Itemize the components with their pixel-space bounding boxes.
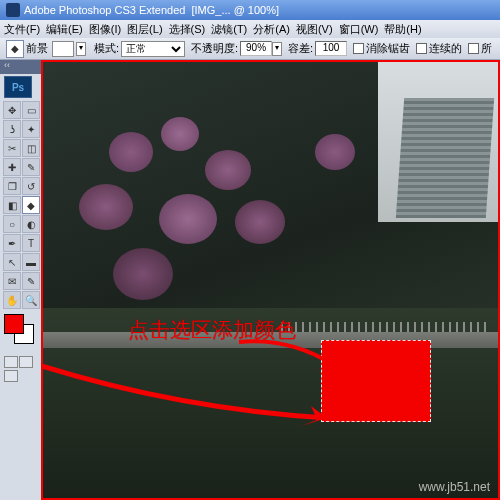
screenmode-icon[interactable] xyxy=(4,370,18,382)
canvas-area: 点击选区添加颜色 www.jb51.net xyxy=(41,60,500,500)
shape-tool-icon[interactable]: ▬ xyxy=(22,253,40,271)
bucket-tool-icon[interactable]: ◆ xyxy=(22,196,40,214)
menu-analysis[interactable]: 分析(A) xyxy=(253,22,290,37)
tolerance-label: 容差: xyxy=(288,41,313,56)
quickmask-icon[interactable] xyxy=(19,356,33,368)
photo-content: 点击选区添加颜色 www.jb51.net xyxy=(43,62,498,498)
toolbox-tab[interactable]: ‹‹ xyxy=(0,60,41,74)
stamp-tool-icon[interactable]: ❒ xyxy=(3,177,21,195)
wand-tool-icon[interactable]: ✦ xyxy=(22,120,40,138)
crop-tool-icon[interactable]: ✂ xyxy=(3,139,21,157)
brush-tool-icon[interactable]: ✎ xyxy=(22,158,40,176)
alllayers-label: 所 xyxy=(481,41,492,56)
photo-flower xyxy=(205,150,251,190)
active-tool-icon[interactable]: ◆ xyxy=(6,40,24,58)
filled-selection[interactable] xyxy=(321,340,431,422)
opacity-arrow-icon[interactable]: ▾ xyxy=(272,42,282,56)
tolerance-value[interactable]: 100 xyxy=(315,41,347,56)
standard-mode-icon[interactable] xyxy=(4,356,18,368)
document-canvas[interactable]: 点击选区添加颜色 www.jb51.net xyxy=(41,60,500,500)
notes-tool-icon[interactable]: ✉ xyxy=(3,272,21,290)
move-tool-icon[interactable]: ✥ xyxy=(3,101,21,119)
menu-file[interactable]: 文件(F) xyxy=(4,22,40,37)
slice-tool-icon[interactable]: ◫ xyxy=(22,139,40,157)
antialias-checkbox[interactable] xyxy=(353,43,364,54)
title-bar: Adobe Photoshop CS3 Extended [IMG_... @ … xyxy=(0,0,500,20)
photo-building xyxy=(396,98,494,218)
quickmask-row xyxy=(4,356,41,368)
photo-flower xyxy=(109,132,153,172)
history-tool-icon[interactable]: ↺ xyxy=(22,177,40,195)
menu-layer[interactable]: 图层(L) xyxy=(127,22,162,37)
contiguous-checkbox[interactable] xyxy=(416,43,427,54)
antialias-label: 消除锯齿 xyxy=(366,41,410,56)
menu-view[interactable]: 视图(V) xyxy=(296,22,333,37)
ps-badge-icon: Ps xyxy=(4,76,32,98)
photo-flower xyxy=(235,200,285,244)
lasso-tool-icon[interactable]: ʖ xyxy=(3,120,21,138)
app-logo-icon xyxy=(6,3,20,17)
photo-flower xyxy=(159,194,217,244)
eraser-tool-icon[interactable]: ◧ xyxy=(3,196,21,214)
opacity-label: 不透明度: xyxy=(191,41,238,56)
fg-swatch[interactable] xyxy=(52,41,74,57)
menu-filter[interactable]: 滤镜(T) xyxy=(211,22,247,37)
photo-railing xyxy=(281,322,491,332)
eyedrop-tool-icon[interactable]: ✎ xyxy=(22,272,40,290)
path-tool-icon[interactable]: ↖ xyxy=(3,253,21,271)
screenmode-row xyxy=(4,370,41,382)
annotation-text: 点击选区添加颜色 xyxy=(128,316,296,344)
photo-flower xyxy=(113,248,173,300)
photo-flower xyxy=(79,184,133,230)
type-tool-icon[interactable]: T xyxy=(22,234,40,252)
opacity-value[interactable]: 90% xyxy=(240,41,272,56)
watermark: www.jb51.net xyxy=(419,480,490,494)
photo-flower xyxy=(315,134,355,170)
menu-bar: 文件(F) 编辑(E) 图像(I) 图层(L) 选择(S) 滤镜(T) 分析(A… xyxy=(0,20,500,38)
workspace: ‹‹ Ps ✥ ▭ ʖ ✦ ✂ ◫ ✚ ✎ ❒ ↺ ◧ ◆ ○ ◐ ✒ T ↖ … xyxy=(0,60,500,500)
menu-edit[interactable]: 编辑(E) xyxy=(46,22,83,37)
foreground-swatch[interactable] xyxy=(4,314,24,334)
options-bar: ◆ 前景 ▾ 模式: 正常 不透明度: 90% ▾ 容差: 100 消除锯齿 连… xyxy=(0,38,500,60)
toolbox: ✥ ▭ ʖ ✦ ✂ ◫ ✚ ✎ ❒ ↺ ◧ ◆ ○ ◐ ✒ T ↖ ▬ ✉ ✎ … xyxy=(2,100,39,310)
app-title: Adobe Photoshop CS3 Extended xyxy=(24,4,185,16)
marquee-tool-icon[interactable]: ▭ xyxy=(22,101,40,119)
contiguous-label: 连续的 xyxy=(429,41,462,56)
fg-label: 前景 xyxy=(26,41,48,56)
menu-select[interactable]: 选择(S) xyxy=(169,22,206,37)
zoom-tool-icon[interactable]: 🔍 xyxy=(22,291,40,309)
pen-tool-icon[interactable]: ✒ xyxy=(3,234,21,252)
alllayers-checkbox[interactable] xyxy=(468,43,479,54)
dodge-tool-icon[interactable]: ◐ xyxy=(22,215,40,233)
hand-tool-icon[interactable]: ✋ xyxy=(3,291,21,309)
doc-title: [IMG_... @ 100%] xyxy=(191,4,279,16)
menu-image[interactable]: 图像(I) xyxy=(89,22,121,37)
blur-tool-icon[interactable]: ○ xyxy=(3,215,21,233)
heal-tool-icon[interactable]: ✚ xyxy=(3,158,21,176)
tool-dock: ‹‹ Ps ✥ ▭ ʖ ✦ ✂ ◫ ✚ ✎ ❒ ↺ ◧ ◆ ○ ◐ ✒ T ↖ … xyxy=(0,60,41,500)
fg-dropdown-icon[interactable]: ▾ xyxy=(76,42,86,56)
menu-window[interactable]: 窗口(W) xyxy=(339,22,379,37)
color-swatches xyxy=(4,314,41,354)
mode-label: 模式: xyxy=(94,41,119,56)
menu-help[interactable]: 帮助(H) xyxy=(384,22,421,37)
photo-flower xyxy=(161,117,199,151)
mode-select[interactable]: 正常 xyxy=(121,41,185,57)
